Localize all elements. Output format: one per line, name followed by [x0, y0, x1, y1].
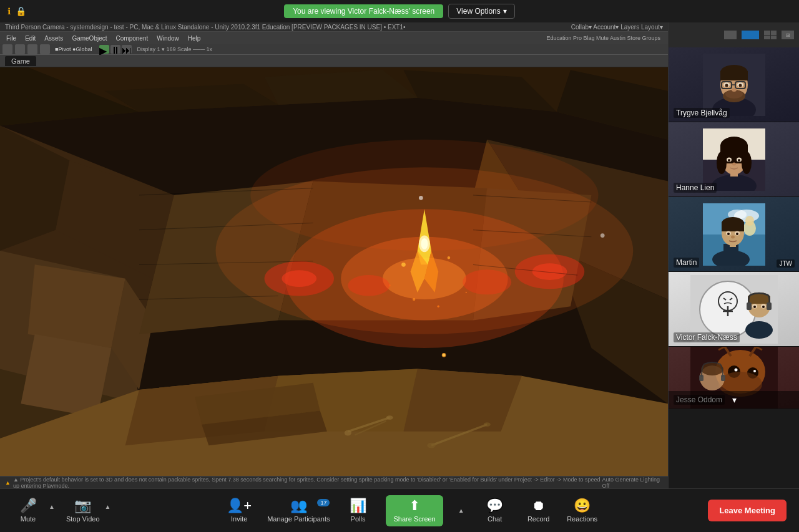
unity-tool-1[interactable] — [2, 44, 12, 54]
unity-title-text: Third Person Camera - systemdesign - tes… — [5, 24, 406, 31]
invite-button[interactable]: 👤+ Invite — [223, 499, 255, 523]
viewing-badge: You are viewing Victor Falck-Næss' scree… — [284, 4, 443, 18]
toolbar-right: Leave Meeting — [708, 500, 787, 521]
unity-tool-2[interactable] — [15, 44, 25, 54]
svg-point-104 — [745, 216, 754, 226]
trygve-avatar — [703, 54, 765, 116]
microphone-icon: 🎤 — [20, 499, 37, 513]
martin-avatar — [703, 203, 765, 266]
svg-point-49 — [463, 269, 511, 294]
reactions-label: Reactions — [567, 515, 597, 523]
svg-rect-153 — [721, 375, 725, 381]
video-caret[interactable]: ▲ — [102, 503, 114, 510]
svg-point-55 — [386, 415, 393, 420]
mute-label: Mute — [21, 515, 36, 523]
svg-rect-110 — [722, 222, 744, 231]
participant-tile-hanne: Hanne Lien — [669, 122, 799, 197]
menu-help[interactable]: Help — [184, 34, 205, 42]
unity-pause-btn[interactable]: ⏸ — [110, 45, 120, 54]
unity-title-bar: Third Person Camera - systemdesign - tes… — [0, 22, 668, 32]
participant-tile-martin: Martin JTW — [669, 197, 799, 272]
view-options-button[interactable]: View Options ▾ — [448, 4, 514, 19]
unity-step-btn[interactable]: ⏭ — [122, 45, 132, 54]
share-screen-button[interactable]: ⬆ Share Screen — [386, 495, 443, 526]
participant-tile-trygve: Trygve Bjellvåg — [669, 47, 799, 122]
manage-participants-button[interactable]: 👥 Manage Participants 17 — [267, 499, 330, 523]
svg-point-67 — [600, 233, 605, 238]
unity-right-toolbar: Collab▾ Account▾ Layers Layout▾ — [571, 24, 663, 31]
toolbar-left: 🎤 Mute ▲ 📷 Stop Video ▲ — [12, 499, 113, 523]
game-viewport — [0, 67, 668, 476]
svg-point-93 — [742, 152, 752, 174]
svg-point-37 — [448, 256, 450, 259]
mute-button[interactable]: 🎤 Mute — [12, 499, 44, 523]
unity-game-tab[interactable]: Game — [5, 56, 36, 66]
polls-label: Polls — [351, 515, 366, 523]
svg-point-36 — [401, 263, 406, 267]
record-button[interactable]: ⏺ Record — [523, 499, 554, 523]
victor-name-label: Victor Falck-Næss — [674, 332, 740, 342]
leave-meeting-button[interactable]: Leave Meeting — [708, 500, 787, 521]
svg-point-76 — [725, 84, 728, 87]
svg-point-48 — [348, 275, 390, 296]
svg-point-92 — [717, 152, 727, 174]
share-caret[interactable]: ▲ — [456, 507, 467, 514]
svg-rect-152 — [699, 375, 703, 381]
reactions-icon: 😀 — [574, 499, 591, 513]
menu-component[interactable]: Component — [112, 34, 152, 42]
polls-icon: 📊 — [350, 499, 366, 513]
info-icon: ℹ — [7, 6, 11, 16]
svg-rect-128 — [767, 302, 772, 310]
right-status-text: Auto Generate Lighting Off — [602, 476, 663, 489]
toolbar-center: 👤+ Invite 👥 Manage Participants 17 📊 Pol… — [223, 495, 597, 526]
unity-tool-3[interactable] — [27, 44, 37, 54]
menu-assets[interactable]: Assets — [41, 34, 67, 42]
participants-panel: ⊞ — [668, 22, 799, 488]
invite-label: Invite — [231, 515, 247, 523]
main-content: Third Person Camera - systemdesign - tes… — [0, 22, 799, 488]
svg-point-45 — [282, 270, 316, 287]
unity-icons-bar: ■Pivot ●Global ▶ ⏸ ⏭ Display 1 ▾ 169 Sca… — [0, 44, 668, 54]
mute-caret[interactable]: ▲ — [46, 503, 57, 510]
polls-button[interactable]: 📊 Polls — [342, 499, 373, 523]
share-screen-label: Share Screen — [393, 515, 435, 523]
status-text: ▲ Project's default behavior is set to 3… — [13, 476, 602, 489]
reactions-button[interactable]: 😀 Reactions — [567, 499, 598, 523]
svg-point-144 — [735, 368, 738, 371]
panel-view-strip2[interactable] — [742, 31, 759, 39]
top-bar: ℹ 🔒 You are viewing Victor Falck-Næss' s… — [0, 0, 799, 22]
unity-play-btn[interactable]: ▶ — [99, 45, 109, 54]
svg-point-81 — [732, 88, 737, 92]
menu-edit[interactable]: Edit — [21, 34, 39, 42]
svg-point-133 — [745, 321, 773, 339]
unity-menu-bar: File Edit Assets GameObject Component Wi… — [0, 32, 668, 44]
svg-point-130 — [753, 306, 756, 308]
chat-button[interactable]: 💬 Chat — [479, 499, 511, 523]
svg-point-148 — [753, 370, 756, 372]
menu-gameobject[interactable]: GameObject — [68, 34, 110, 42]
svg-rect-83 — [720, 71, 748, 80]
panel-view-strip[interactable] — [724, 31, 737, 39]
panel-view-full[interactable]: ⊞ — [782, 31, 794, 39]
svg-point-66 — [419, 196, 423, 200]
scroll-down-button[interactable]: ▾ — [669, 391, 799, 409]
panel-view-grid[interactable] — [764, 31, 777, 39]
menu-window[interactable]: Window — [153, 34, 183, 42]
svg-point-41 — [466, 292, 467, 293]
menu-file[interactable]: File — [2, 34, 20, 42]
svg-marker-22 — [403, 369, 521, 432]
stop-video-label: Stop Video — [66, 515, 100, 523]
unity-status-bar: ▲ ▲ Project's default behavior is set to… — [0, 476, 668, 488]
svg-point-57 — [427, 443, 435, 448]
svg-point-58 — [484, 422, 491, 427]
unity-tool-4[interactable] — [40, 44, 50, 54]
chevron-down-icon: ▾ — [732, 395, 737, 405]
svg-point-39 — [438, 306, 439, 307]
chat-icon: 💬 — [486, 499, 503, 513]
security-icon: 🔒 — [16, 6, 26, 16]
martin-badge: JTW — [777, 259, 795, 268]
record-label: Record — [527, 515, 549, 523]
stop-video-button[interactable]: 📷 Stop Video — [66, 499, 100, 523]
hanne-avatar — [703, 128, 765, 191]
svg-point-97 — [738, 159, 740, 162]
